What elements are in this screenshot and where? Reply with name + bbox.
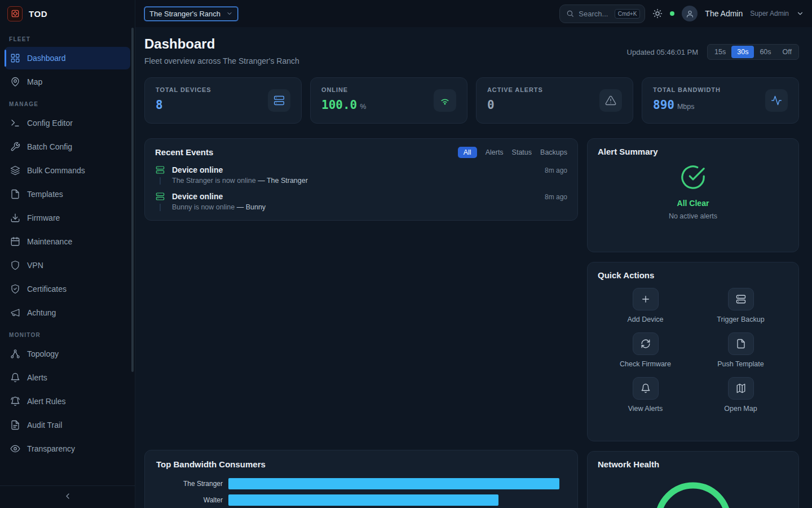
sidebar-item-transparency[interactable]: Transparency	[5, 437, 130, 460]
refresh-15s-button[interactable]: 15s	[709, 46, 731, 58]
add-device-button[interactable]: Add Device	[598, 288, 693, 323]
sidebar-item-label: Maintenance	[27, 237, 72, 246]
device-server-icon	[156, 165, 165, 174]
nav-section-manage: MANAGE	[0, 94, 135, 111]
stat-card-online: ONLINE 100.0%	[310, 77, 467, 124]
timeline-connector	[160, 177, 161, 185]
quick-action-label: View Alerts	[628, 405, 663, 413]
sidebar-item-maintenance[interactable]: Maintenance	[5, 230, 130, 253]
refresh-icon	[633, 332, 659, 355]
stat-cards-row: TOTAL DEVICES 8 ONLINE 100.0% ACTIVE ALE…	[144, 77, 799, 124]
filter-all-button[interactable]: All	[458, 147, 477, 158]
main-area: The Stranger's Ranch Search... Cmd+K The…	[135, 0, 812, 508]
bandwidth-chart: The Stranger Walter	[156, 478, 566, 506]
check-firmware-button[interactable]: Check Firmware	[598, 332, 693, 368]
stat-value: 8	[156, 98, 163, 112]
alert-summary-status: All Clear	[677, 199, 709, 208]
page-content: Dashboard Fleet overview across The Stra…	[135, 27, 812, 508]
chevron-left-icon	[63, 492, 72, 503]
sidebar-item-batch-config[interactable]: Batch Config	[5, 135, 130, 158]
dashboard-columns: Recent Events All Alerts Status Backups	[144, 138, 799, 508]
network-health-title: Network Health	[598, 459, 788, 469]
sidebar-item-label: Templates	[27, 190, 63, 199]
filter-alerts-button[interactable]: Alerts	[486, 148, 504, 156]
open-map-button[interactable]: Open Map	[693, 377, 788, 413]
dashboard-icon	[10, 53, 20, 63]
search-icon	[566, 10, 574, 17]
event-time: 8m ago	[545, 193, 567, 201]
eye-icon	[10, 444, 20, 454]
filter-status-button[interactable]: Status	[512, 148, 532, 156]
trigger-backup-button[interactable]: Trigger Backup	[693, 288, 788, 323]
sidebar-item-label: Transparency	[27, 444, 75, 453]
sidebar-item-topology[interactable]: Topology	[5, 343, 130, 365]
refresh-off-button[interactable]: Off	[777, 46, 797, 58]
stat-label: ONLINE	[321, 86, 366, 93]
download-icon	[10, 213, 20, 223]
sidebar-item-alerts[interactable]: Alerts	[5, 366, 130, 389]
file-icon	[728, 332, 754, 355]
chevron-down-icon	[796, 10, 804, 17]
quick-actions-title: Quick Actions	[598, 270, 788, 280]
user-menu-button[interactable]	[796, 10, 804, 17]
chevron-down-icon	[226, 10, 233, 17]
filter-backups-button[interactable]: Backups	[540, 148, 567, 156]
sidebar-item-bulk-commands[interactable]: Bulk Commands	[5, 159, 130, 182]
refresh-60s-button[interactable]: 60s	[754, 46, 776, 58]
event-description: The Stranger is now online	[172, 177, 256, 185]
stat-label: ACTIVE ALERTS	[487, 86, 543, 93]
check-circle-icon	[680, 164, 706, 192]
event-description: Bunny is now online	[172, 203, 235, 211]
event-filters: All Alerts Status Backups	[458, 147, 567, 158]
sidebar-item-achtung[interactable]: Achtung	[5, 301, 130, 324]
bandwidth-title: Top Bandwidth Consumers	[156, 459, 566, 469]
sidebar-item-alert-rules[interactable]: Alert Rules	[5, 390, 130, 413]
stat-card-active-alerts: ACTIVE ALERTS 0	[476, 77, 633, 124]
sidebar-item-map[interactable]: Map	[5, 71, 130, 93]
sidebar-scrollbar[interactable]	[131, 28, 134, 372]
file-text-icon	[10, 420, 20, 430]
bell-icon	[10, 373, 20, 383]
sidebar-item-label: Certificates	[27, 284, 67, 294]
event-row[interactable]: Device online 8m ago Bunny is now online…	[155, 192, 567, 211]
refresh-30s-button[interactable]: 30s	[731, 46, 754, 58]
search-input[interactable]: Search... Cmd+K	[559, 5, 645, 23]
push-template-button[interactable]: Push Template	[693, 332, 788, 368]
avatar[interactable]	[682, 6, 698, 21]
sidebar-item-label: Topology	[27, 349, 59, 358]
search-placeholder: Search...	[579, 10, 610, 18]
view-alerts-button[interactable]: View Alerts	[598, 377, 693, 413]
server-icon	[728, 288, 754, 310]
sidebar-item-templates[interactable]: Templates	[5, 183, 130, 205]
bandwidth-row: The Stranger	[156, 478, 566, 489]
sidebar-item-label: Bulk Commands	[27, 166, 85, 175]
sidebar-item-firmware[interactable]: Firmware	[5, 207, 130, 229]
quick-actions-panel: Quick Actions Add Device Trigger Backup	[587, 262, 799, 441]
bandwidth-device-label: Walter	[156, 496, 228, 504]
event-row[interactable]: Device online 8m ago The Stranger is now…	[155, 165, 567, 185]
sidebar-item-config-editor[interactable]: Config Editor	[5, 112, 130, 134]
sidebar-item-certificates[interactable]: Certificates	[5, 278, 130, 300]
sidebar-item-vpn[interactable]: VPN	[5, 254, 130, 277]
stat-label: TOTAL DEVICES	[156, 86, 211, 93]
theme-toggle-button[interactable]	[652, 8, 663, 19]
page-header: Dashboard Fleet overview across The Stra…	[144, 36, 799, 65]
sidebar-item-dashboard[interactable]: Dashboard	[5, 47, 130, 69]
sidebar-collapse-button[interactable]	[0, 485, 135, 508]
sidebar-item-audit-trail[interactable]: Audit Trail	[5, 414, 130, 436]
quick-action-label: Add Device	[628, 316, 664, 323]
layers-icon	[10, 165, 20, 176]
topbar: The Stranger's Ranch Search... Cmd+K The…	[135, 0, 812, 27]
fleet-selector[interactable]: The Stranger's Ranch	[144, 7, 238, 21]
user-role: Super Admin	[750, 10, 789, 17]
page-subtitle: Fleet overview across The Stranger's Ran…	[144, 56, 299, 65]
shield-check-icon	[10, 284, 20, 294]
device-server-icon	[156, 192, 165, 201]
network-health-panel: Network Health	[587, 451, 799, 508]
alert-summary-panel: Alert Summary All Clear No active alerts	[587, 138, 799, 252]
sidebar-item-label: Alerts	[27, 373, 47, 382]
timeline-connector	[160, 204, 161, 211]
topbar-right: Search... Cmd+K The Admin Super Admin	[559, 5, 804, 23]
app-root: TOD FLEET Dashboard Map MANAGE Config Ed…	[0, 0, 812, 508]
event-time: 8m ago	[545, 167, 567, 174]
